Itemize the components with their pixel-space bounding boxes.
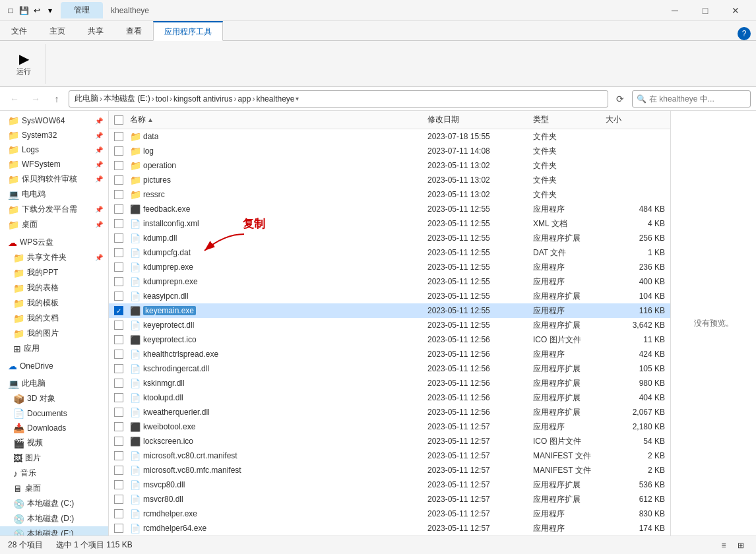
row-checkbox[interactable]	[114, 437, 123, 446]
sidebar-item-myppt[interactable]: 📁 我的PPT	[0, 265, 108, 280]
search-input[interactable]	[649, 94, 746, 104]
row-checkbox[interactable]	[114, 321, 123, 330]
back-button[interactable]: ←	[5, 90, 24, 108]
row-checkbox[interactable]	[114, 466, 123, 475]
table-row[interactable]: 📄 msvcp80.dll 2023-05-11 12:57 应用程序扩展 53…	[109, 477, 670, 492]
row-checkbox[interactable]	[114, 379, 123, 388]
tab-file[interactable]: 文件	[0, 21, 38, 40]
row-checkbox-cell[interactable]	[114, 408, 130, 417]
row-checkbox-cell[interactable]	[114, 466, 130, 475]
sidebar-item-thispc[interactable]: 💻 此电脑	[0, 376, 108, 391]
sidebar-item-local-e[interactable]: 💿 本地磁盘 (E:)	[0, 526, 108, 536]
row-checkbox-cell[interactable]	[114, 204, 130, 214]
row-checkbox-cell[interactable]	[114, 248, 130, 257]
row-checkbox[interactable]	[114, 219, 123, 228]
table-row[interactable]: ⬛ feedback.exe 2023-05-11 12:55 应用程序 484…	[109, 202, 670, 216]
header-name[interactable]: 名称 ▲	[130, 114, 427, 125]
table-row[interactable]: ⬛ keyeprotect.ico 2023-05-11 12:56 ICO 图…	[109, 332, 670, 347]
table-row[interactable]: 📄 keasyipcn.dll 2023-05-11 12:55 应用程序扩展 …	[109, 289, 670, 303]
row-checkbox-cell[interactable]: ✓	[114, 306, 130, 315]
table-row[interactable]: 📄 khealthctrlspread.exe 2023-05-11 12:56…	[109, 347, 670, 361]
table-row[interactable]: 📄 installconfig.xml 2023-05-11 12:55 XML…	[109, 216, 670, 231]
row-checkbox-cell[interactable]	[114, 393, 130, 402]
table-row[interactable]: 📄 rcmdhelper.exe 2023-05-11 12:57 应用程序 8…	[109, 507, 670, 521]
row-checkbox-cell[interactable]	[114, 437, 130, 446]
sidebar-item-logs[interactable]: 📁 Logs 📌	[0, 142, 108, 157]
row-checkbox[interactable]	[114, 350, 123, 359]
table-row[interactable]: 📄 kweatherquerier.dll 2023-05-11 12:56 应…	[109, 405, 670, 419]
row-checkbox[interactable]	[114, 277, 123, 286]
table-row[interactable]: 📁 ressrc 2023-05-11 13:02 文件夹	[109, 187, 670, 202]
row-checkbox-cell[interactable]	[114, 146, 130, 156]
sidebar-item-local-d[interactable]: 💿 本地磁盘 (D:)	[0, 511, 108, 526]
row-checkbox-cell[interactable]	[114, 175, 130, 185]
minimize-button[interactable]: ─	[660, 0, 690, 21]
table-row[interactable]: 📄 rcmdhelper64.exe 2023-05-11 12:57 应用程序…	[109, 521, 670, 536]
table-row[interactable]: 📄 microsoft.vc80.mfc.manifest 2023-05-11…	[109, 463, 670, 477]
sidebar-item-desktop2[interactable]: 🖥 桌面	[0, 481, 108, 496]
table-row[interactable]: 📁 log 2023-07-11 14:08 文件夹	[109, 144, 670, 158]
sidebar-item-mydoc[interactable]: 📁 我的文档	[0, 311, 108, 326]
row-checkbox[interactable]	[114, 408, 123, 417]
row-checkbox[interactable]: ✓	[114, 306, 123, 315]
row-checkbox-cell[interactable]	[114, 379, 130, 388]
table-row[interactable]: 📄 kdumprep.exe 2023-05-11 12:55 应用程序 236…	[109, 260, 670, 274]
close-button[interactable]: ✕	[720, 0, 751, 21]
sidebar-item-shared[interactable]: 📁 共享文件夹 📌	[0, 250, 108, 265]
forward-button[interactable]: →	[26, 90, 45, 108]
details-view-button[interactable]: ≡	[716, 538, 731, 553]
table-row[interactable]: 📁 pictures 2023-05-11 13:02 文件夹	[109, 173, 670, 187]
row-checkbox[interactable]	[114, 393, 123, 402]
row-checkbox-cell[interactable]	[114, 292, 130, 301]
search-box[interactable]: 🔍	[632, 90, 751, 108]
table-row[interactable]: 📄 ktoolupd.dll 2023-05-11 12:56 应用程序扩展 4…	[109, 390, 670, 405]
table-row[interactable]: 📄 microsoft.vc80.crt.manifest 2023-05-11…	[109, 448, 670, 463]
table-row[interactable]: 📄 keyeprotect.dll 2023-05-11 12:55 应用程序扩…	[109, 318, 670, 332]
row-checkbox[interactable]	[114, 451, 123, 460]
table-row[interactable]: ⬛ kweibotool.exe 2023-05-11 12:57 应用程序 2…	[109, 419, 670, 434]
row-checkbox-cell[interactable]	[114, 509, 130, 518]
sidebar-item-mytemplate[interactable]: 📁 我的模板	[0, 295, 108, 311]
row-checkbox[interactable]	[114, 335, 123, 344]
row-checkbox[interactable]	[114, 524, 123, 533]
ribbon-btn-run[interactable]: ▶ 运行	[11, 51, 37, 78]
table-row[interactable]: 📄 msvcr80.dll 2023-05-11 12:57 应用程序扩展 61…	[109, 492, 670, 507]
quick-access-save[interactable]: 💾	[18, 5, 29, 16]
header-size[interactable]: 大小	[606, 114, 665, 125]
row-checkbox-cell[interactable]	[114, 161, 130, 170]
row-checkbox-cell[interactable]	[114, 335, 130, 344]
row-checkbox[interactable]	[114, 248, 123, 257]
row-checkbox-cell[interactable]	[114, 190, 130, 199]
row-checkbox-cell[interactable]	[114, 422, 130, 431]
up-button[interactable]: ↑	[47, 90, 66, 108]
tab-home[interactable]: 主页	[38, 21, 77, 40]
maximize-button[interactable]: □	[690, 0, 720, 21]
help-button[interactable]: ?	[738, 27, 751, 40]
header-type[interactable]: 类型	[533, 114, 606, 125]
sidebar-item-music[interactable]: ♪ 音乐	[0, 466, 108, 481]
row-checkbox[interactable]	[114, 364, 123, 373]
row-checkbox[interactable]	[114, 161, 123, 170]
row-checkbox[interactable]	[114, 204, 123, 214]
sidebar-item-downloads[interactable]: 📥 Downloads	[0, 421, 108, 435]
header-check[interactable]	[114, 115, 130, 125]
table-row[interactable]: 📄 kschrodingercat.dll 2023-05-11 12:56 应…	[109, 361, 670, 376]
sidebar-item-apps[interactable]: ⊞ 应用	[0, 341, 108, 356]
sidebar-item-wfsystem[interactable]: 📁 WFSystem 📌	[0, 157, 108, 171]
row-checkbox[interactable]	[114, 190, 123, 199]
row-checkbox-cell[interactable]	[114, 277, 130, 286]
sidebar-item-video[interactable]: 🎬 视频	[0, 435, 108, 450]
row-checkbox[interactable]	[114, 262, 123, 272]
sidebar-item-beigoureview[interactable]: 📁 保贝狗软件审核 📌	[0, 171, 108, 187]
table-row[interactable]: ⬛ lockscreen.ico 2023-05-11 12:57 ICO 图片…	[109, 434, 670, 448]
row-checkbox[interactable]	[114, 509, 123, 518]
row-checkbox-cell[interactable]	[114, 132, 130, 141]
row-checkbox-cell[interactable]	[114, 364, 130, 373]
table-row[interactable]: 📄 kdumpcfg.dat 2023-05-11 12:55 DAT 文件 1…	[109, 245, 670, 260]
row-checkbox[interactable]	[114, 233, 123, 243]
tab-app-tools[interactable]: 应用程序工具	[153, 21, 223, 41]
sidebar-item-system32[interactable]: 📁 System32 📌	[0, 128, 108, 142]
row-checkbox-cell[interactable]	[114, 451, 130, 460]
table-row[interactable]: 📁 operation 2023-05-11 13:02 文件夹	[109, 158, 670, 173]
row-checkbox-cell[interactable]	[114, 524, 130, 533]
